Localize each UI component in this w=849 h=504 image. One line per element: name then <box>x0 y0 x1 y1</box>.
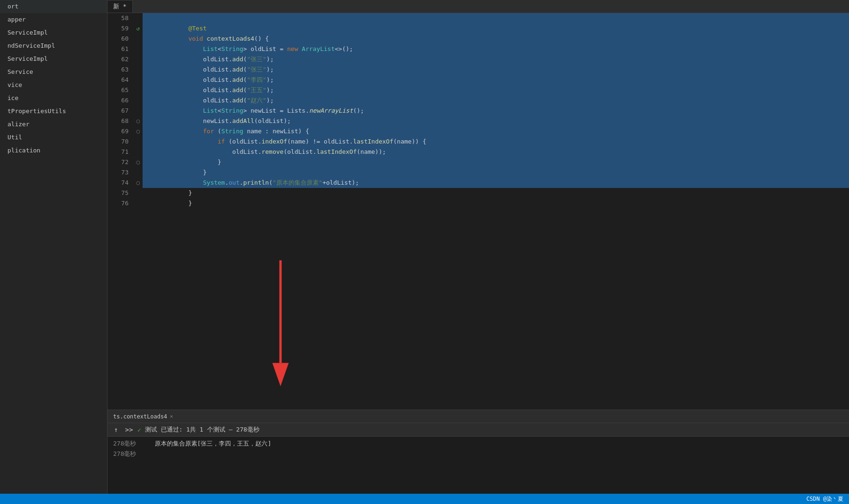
line-num-73: 73 <box>108 167 129 178</box>
line-num-61: 61 <box>108 44 129 54</box>
annotation-58: @Test <box>188 25 207 32</box>
line-num-66: 66 <box>108 95 129 106</box>
line-num-71: 71 <box>108 147 129 157</box>
output-line-2: 278毫秒 <box>113 449 843 459</box>
output-time-1: 278毫秒 <box>113 440 136 447</box>
gutter-icon-69: ⬡ <box>133 126 143 137</box>
line-num-63: 63 <box>108 65 129 75</box>
line-num-72: 72 <box>108 157 129 167</box>
output-text-1: 原本的集合原素[张三，李四，王五，赵六] <box>155 440 272 447</box>
toolbar-next-btn[interactable]: >> <box>124 425 134 434</box>
status-check-icon: ✓ <box>137 426 141 433</box>
gutter-icon-59: ↺ <box>133 23 143 34</box>
output-area: 278毫秒 原本的集合原素[张三，李四，王五，赵六] 278毫秒 <box>108 437 849 494</box>
toolbar-up-btn[interactable]: ↑ <box>111 425 121 434</box>
bottom-tab-bar: ts.contextLoads4 ✕ <box>108 410 849 423</box>
gutter-icon-58 <box>133 13 143 23</box>
gutter-icon-75 <box>133 188 143 198</box>
sidebar-item-ndserviceimpl[interactable]: ndServiceImpl <box>0 39 107 52</box>
code-line-72: } <box>143 157 849 167</box>
output-line-1: 278毫秒 原本的集合原素[张三，李四，王五，赵六] <box>113 439 843 449</box>
gutter-icon-60 <box>133 34 143 44</box>
bottom-tab-close-icon[interactable]: ✕ <box>170 413 173 419</box>
sidebar-item-serviceimpl1[interactable]: ServiceImpl <box>0 26 107 39</box>
line-num-75: 75 <box>108 188 129 198</box>
sidebar: ort apper ServiceImpl ndServiceImpl Serv… <box>0 0 108 494</box>
line-num-69: 69 <box>108 126 129 137</box>
code-line-58: @Test <box>143 13 849 23</box>
code-line-75: } <box>143 188 849 198</box>
code-lines[interactable]: @Test void contextLoads4() { List<String… <box>143 13 849 410</box>
line-num-65: 65 <box>108 85 129 95</box>
editor-content[interactable]: 58 59 60 61 62 63 64 65 66 67 68 69 70 7… <box>108 13 849 410</box>
gutter-icon-67 <box>133 106 143 116</box>
line-num-68: 68 <box>108 116 129 126</box>
tab-bar: 新 * <box>108 0 849 13</box>
status-bar-text: CSDN @染丶夏 <box>806 495 843 503</box>
sidebar-item-service[interactable]: Service <box>0 65 107 79</box>
line-num-60: 60 <box>108 34 129 44</box>
gutter-icon-72: ⬡ <box>133 157 143 167</box>
sidebar-item-plication[interactable]: plication <box>0 144 107 157</box>
gutter-icon-76 <box>133 198 143 209</box>
sidebar-item-apper[interactable]: apper <box>0 13 107 26</box>
sidebar-item-ort[interactable]: ort <box>0 0 107 13</box>
gutter-icon-62 <box>133 54 143 65</box>
main-area: ort apper ServiceImpl ndServiceImpl Serv… <box>0 0 849 494</box>
tab-label: 新 * <box>113 2 127 11</box>
type-list: List <box>203 45 217 52</box>
line-numbers: 58 59 60 61 62 63 64 65 66 67 68 69 70 7… <box>108 13 133 410</box>
method-name: contextLoads4 <box>207 35 254 42</box>
status-text: 测试 已通过: 1共 1 个测试 – 278毫秒 <box>145 425 259 434</box>
gutter-icon-71 <box>133 147 143 157</box>
gutter-icon-68: ⬡ <box>133 116 143 126</box>
sidebar-item-ice[interactable]: ice <box>0 92 107 105</box>
gutter-icon-66 <box>133 95 143 106</box>
file-tab[interactable]: 新 * <box>108 0 133 13</box>
gutter: ↺ ⬡ ⬡ <box>133 13 143 410</box>
line-num-67: 67 <box>108 106 129 116</box>
code-area: 新 * 58 59 60 61 62 63 64 65 66 67 68 <box>108 0 849 494</box>
sidebar-item-serviceimpl2[interactable]: ServiceImpl <box>0 52 107 65</box>
line-num-64: 64 <box>108 75 129 85</box>
gutter-icon-70 <box>133 137 143 147</box>
status-bar: CSDN @染丶夏 <box>0 494 849 504</box>
gutter-icon-63 <box>133 65 143 75</box>
bottom-toolbar: ↑ >> ✓ 测试 已通过: 1共 1 个测试 – 278毫秒 <box>108 423 849 437</box>
sidebar-item-alizer[interactable]: alizer <box>0 118 107 131</box>
bottom-panel: ts.contextLoads4 ✕ ↑ >> ✓ 测试 已通过: 1共 1 个… <box>108 410 849 494</box>
output-time-2: 278毫秒 <box>113 450 136 457</box>
bottom-tab-label: ts.contextLoads4 <box>113 413 167 420</box>
gutter-icon-73 <box>133 167 143 178</box>
code-line-73: System.out.println("原本的集合原素"+oldList); <box>143 167 849 178</box>
gutter-icon-74: ⬡ <box>133 178 143 188</box>
line-num-76: 76 <box>108 198 129 209</box>
line-num-70: 70 <box>108 137 129 147</box>
gutter-icon-61 <box>133 44 143 54</box>
sidebar-item-tpropertiesutils[interactable]: tPropertiesUtils <box>0 105 107 118</box>
line-num-58: 58 <box>108 13 129 23</box>
gutter-icon-65 <box>133 85 143 95</box>
gutter-icon-64 <box>133 75 143 85</box>
line-num-59: 59 <box>108 23 129 34</box>
sidebar-item-util[interactable]: Util <box>0 131 107 144</box>
code-line-76 <box>143 198 849 209</box>
kw-void: void <box>188 35 207 42</box>
sidebar-item-vice[interactable]: vice <box>0 79 107 92</box>
line-num-74: 74 <box>108 178 129 188</box>
line-num-62: 62 <box>108 54 129 65</box>
code-line-59: void contextLoads4() { <box>143 23 849 34</box>
bottom-tab-tests[interactable]: ts.contextLoads4 ✕ <box>108 411 179 422</box>
